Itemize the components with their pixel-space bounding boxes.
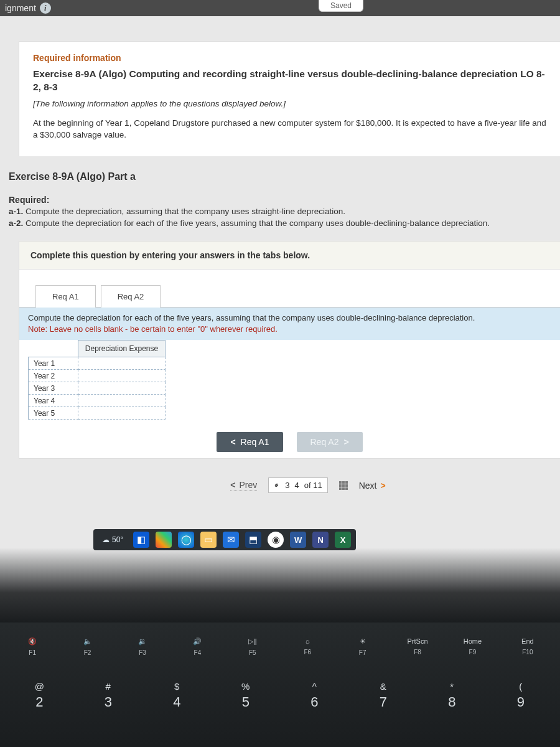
tabs-instruction: Complete this question by entering your … [19, 242, 560, 270]
pager-prev-button[interactable]: < Prev [230, 480, 257, 491]
tab-nav-buttons: < Req A1 Req A2 > [19, 420, 560, 458]
keyboard-key: (9 [487, 677, 556, 714]
pager-position: ⚭ 3 4 of 11 [268, 477, 327, 493]
tabs-row: Req A1 Req A2 [19, 270, 560, 307]
link-icon: ⚭ [272, 480, 282, 491]
info-icon[interactable]: i [40, 2, 51, 14]
table-row: Year 1 [29, 357, 166, 370]
keyboard-key: &7 [349, 677, 418, 714]
table-header-depreciation: Depreciation Expense [78, 341, 166, 357]
pager-next-button[interactable]: Next > [359, 481, 386, 491]
keyboard-key: 🔇F1 [5, 634, 60, 660]
chevron-left-icon: < [230, 437, 235, 447]
required-label: Required: [9, 195, 560, 205]
keyboard-key: ☀F7 [335, 634, 390, 660]
keyboard-key: 🔉F3 [115, 634, 170, 660]
depreciation-input-year3[interactable] [78, 382, 166, 395]
keyboard-key: $4 [142, 677, 212, 714]
table-blank-header [29, 341, 78, 357]
applies-note: [The following information applies to th… [33, 99, 546, 108]
keyboard-key: ▷||F5 [225, 634, 280, 660]
pager-total: of 11 [304, 481, 322, 490]
depreciation-input-year2[interactable] [78, 370, 166, 382]
keyboard-key: %5 [212, 677, 281, 714]
depreciation-table: Depreciation Expense Year 1 Year 2 Year … [28, 340, 166, 420]
keyboard-key: ☼F6 [280, 634, 335, 660]
next-tab-button[interactable]: Req A2 > [297, 432, 363, 452]
pager-next-label: Next [359, 481, 377, 491]
pager-next-num: 4 [295, 481, 299, 490]
physical-keyboard: 🔇F1🔈F2🔉F3🔊F4▷||F5☼F6☀F7PrtScnF8HomeF9End… [0, 622, 560, 747]
keyboard-key: HomeF9 [445, 634, 500, 660]
part-a-section: Exercise 8-9A (Algo) Part a Required: a-… [6, 156, 560, 230]
depreciation-input-year5[interactable] [78, 407, 166, 420]
keyboard-key: ^6 [280, 677, 349, 714]
grid-view-icon[interactable] [339, 481, 348, 490]
instruction-main: Compute the depreciation for each of the… [28, 313, 475, 322]
year-label: Year 1 [29, 357, 78, 370]
table-row: Year 3 [29, 382, 166, 395]
taskbar-camera-icon[interactable]: ◧ [133, 532, 149, 548]
prev-tab-label: Req A1 [241, 437, 269, 447]
taskbar-excel-icon[interactable]: X [335, 532, 351, 548]
scenario-text: At the beginning of Year 1, Copeland Dru… [33, 117, 546, 141]
pager-prev-label: Prev [240, 480, 258, 490]
taskbar-word-icon[interactable]: W [290, 532, 306, 548]
table-row: Year 4 [29, 395, 166, 407]
saved-indicator: Saved [319, 0, 363, 12]
taskbar-edge-icon[interactable]: ◯ [178, 532, 194, 548]
keyboard-key: EndF10 [500, 634, 555, 660]
taskbar-explorer-icon[interactable]: ▭ [200, 532, 217, 548]
taskbar-onenote-icon[interactable]: N [312, 532, 329, 548]
chevron-left-icon: < [230, 480, 235, 490]
exercise-title: Exercise 8-9A (Algo) Computing and recor… [33, 68, 546, 94]
keyboard-key: @2 [5, 677, 74, 714]
required-info-heading: Required information [33, 53, 546, 63]
year-label: Year 4 [29, 395, 78, 407]
tab-req-a2[interactable]: Req A2 [101, 285, 161, 308]
chevron-right-icon: > [380, 481, 385, 491]
table-row: Year 5 [29, 407, 166, 420]
taskbar-weather[interactable]: ☁ 50° [98, 534, 127, 545]
keyboard-key: *8 [418, 677, 487, 714]
keyboard-key: 🔊F4 [170, 634, 225, 660]
page-title: ignment [5, 3, 36, 13]
part-title: Exercise 8-9A (Algo) Part a [9, 171, 560, 182]
taskbar-mail-icon[interactable]: ✉ [223, 532, 239, 548]
requirement-a1: a-1. Compute the depreciation, assuming … [9, 206, 560, 218]
chevron-right-icon: > [343, 437, 348, 447]
taskbar-store-icon[interactable]: ⬒ [245, 532, 261, 548]
taskbar-start-icon[interactable] [156, 532, 172, 548]
tab-req-a1[interactable]: Req A1 [35, 285, 96, 308]
instruction-band: Compute the depreciation for each of the… [19, 307, 560, 340]
year-label: Year 5 [29, 407, 78, 420]
depreciation-input-year1[interactable] [78, 357, 166, 370]
question-pager: < Prev ⚭ 3 4 of 11 Next > [6, 459, 560, 499]
depreciation-input-year4[interactable] [78, 395, 166, 407]
table-row: Year 2 [29, 370, 166, 382]
keyboard-key: 🔈F2 [60, 634, 114, 660]
year-label: Year 3 [29, 382, 78, 395]
answer-card: Complete this question by entering your … [19, 241, 560, 459]
requirement-a2: a-2. Compute the depreciation for each o… [9, 218, 560, 230]
year-label: Year 2 [29, 370, 78, 382]
top-bar: ignment i [0, 0, 560, 16]
prev-tab-button[interactable]: < Req A1 [217, 432, 282, 452]
keyboard-key: #3 [74, 677, 143, 714]
instruction-note: Note: Leave no cells blank - be certain … [28, 324, 278, 334]
windows-taskbar: ☁ 50° ◧ ◯ ▭ ✉ ⬒ ◉ W N X [93, 529, 356, 550]
pager-current: 3 [285, 481, 289, 490]
required-info-card: Required information Exercise 8-9A (Algo… [19, 41, 560, 156]
keyboard-key: PrtScnF8 [390, 634, 445, 660]
next-tab-label: Req A2 [310, 437, 339, 447]
taskbar-chrome-icon[interactable]: ◉ [268, 532, 284, 548]
